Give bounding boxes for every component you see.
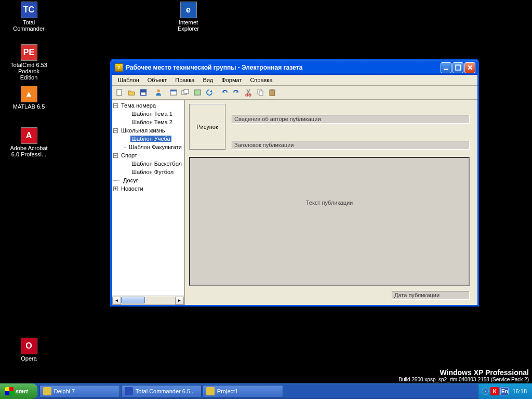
windows-flag-icon (5, 387, 14, 395)
menu-object[interactable]: Объект (143, 76, 171, 84)
menu-format[interactable]: Формат (217, 76, 246, 84)
tree-node[interactable]: Тема номера (120, 102, 157, 109)
app-icon (125, 387, 133, 395)
windows-button[interactable] (179, 87, 191, 98)
menu-view[interactable]: Вид (198, 76, 217, 84)
menu-edit[interactable]: Правка (171, 76, 198, 84)
app-icon: TC (21, 2, 37, 18)
picture-placeholder[interactable]: Рисунок (189, 104, 225, 150)
icon-label: Opera (21, 355, 37, 362)
system-tray: ‹ K En 16:18 (478, 383, 532, 399)
headline-field[interactable]: Заголовок публикации (232, 141, 470, 150)
minimize-button[interactable] (441, 62, 451, 73)
scroll-thumb[interactable] (121, 297, 145, 303)
tree-node[interactable]: Новости (120, 185, 144, 192)
desktop-icon[interactable]: PETotalCmd 6.53Podarok Edition (9, 44, 48, 81)
desktop-icon[interactable]: OOpera (9, 338, 48, 362)
icon-label: TotalCmd 6.53Podarok Edition (9, 62, 48, 81)
refresh-button[interactable] (203, 87, 215, 98)
open-button[interactable] (125, 87, 137, 98)
icon-label: InternetExplorer (178, 19, 199, 32)
desktop-icon[interactable]: ▲MATLAB 6.5 (9, 86, 48, 110)
copy-button[interactable] (254, 87, 266, 98)
redo-button[interactable] (230, 87, 242, 98)
tree-node[interactable]: Шаблон Тема 2 (130, 119, 174, 125)
new-button[interactable] (113, 87, 125, 98)
icon-label: MATLAB 6.5 (13, 103, 45, 110)
expand-icon[interactable]: + (113, 187, 118, 191)
tree-hscrollbar[interactable]: ◄ ► (112, 296, 184, 304)
app-label: Delphi 7 (54, 388, 75, 394)
tree-panel: −Тема номера Шаблон Тема 1 Шаблон Тема 2… (112, 100, 184, 305)
scroll-left-button[interactable]: ◄ (112, 297, 121, 304)
menu-shablon[interactable]: Шаблон (114, 76, 143, 84)
svg-rect-7 (170, 90, 177, 91)
app-icon: A (21, 127, 37, 144)
taskbar-app-button[interactable]: Project1 (203, 385, 283, 397)
desktop-icon[interactable]: eInternetExplorer (169, 2, 208, 32)
tree-node[interactable]: Спорт (120, 152, 138, 158)
paste-button[interactable] (266, 87, 278, 98)
collapse-icon[interactable]: − (113, 128, 118, 133)
save-button[interactable] (137, 87, 149, 98)
app-icon: PE (21, 44, 37, 61)
desktop-icon[interactable]: AAdobe Acrobat6.0 Professi... (9, 127, 48, 157)
menubar: Шаблон Объект Правка Вид Формат Справка (112, 75, 477, 86)
cut-button[interactable] (242, 87, 254, 98)
tree-node[interactable]: Шаблон Баскетбол (130, 161, 183, 167)
titlebar[interactable]: 7 Рабочее место технической группы - Эле… (112, 60, 477, 75)
scroll-right-button[interactable]: ► (175, 297, 184, 304)
start-button[interactable]: start (0, 383, 37, 399)
svg-point-12 (246, 94, 248, 96)
tree-node-selected[interactable]: Шаблон Учеба (130, 136, 171, 142)
undo-button[interactable] (218, 87, 230, 98)
menu-help[interactable]: Справка (246, 76, 276, 84)
desktop-icon[interactable]: TCTotalCommander (9, 2, 48, 32)
window-button[interactable] (167, 87, 179, 98)
taskbar: start Delphi 7Total Commander 6.5...Proj… (0, 383, 532, 399)
icon-label: Adobe Acrobat6.0 Professi... (10, 145, 47, 157)
taskbar-app-button[interactable]: Total Commander 6.5... (121, 385, 202, 397)
template-form: Рисунок Сведения об авторе публикации За… (184, 100, 477, 305)
image-button[interactable] (191, 87, 203, 98)
svg-point-11 (195, 91, 197, 93)
clock[interactable]: 16:18 (512, 388, 527, 394)
tree-node[interactable]: Шаблон Тема 1 (130, 111, 174, 117)
svg-rect-1 (456, 65, 461, 70)
date-field[interactable]: Дата публикации (392, 291, 470, 300)
app-icon (43, 387, 51, 395)
tree-node[interactable]: Шаблон Футбол (130, 169, 175, 175)
taskbar-app-button[interactable]: Delphi 7 (39, 385, 120, 397)
collapse-icon[interactable]: − (113, 103, 118, 108)
tree-node[interactable]: Досуг (122, 177, 139, 183)
app-window: 7 Рабочее место технической группы - Эле… (110, 59, 479, 307)
user-button[interactable] (152, 87, 164, 98)
svg-rect-4 (141, 92, 145, 95)
svg-rect-2 (117, 89, 122, 96)
collapse-icon[interactable]: − (113, 153, 118, 158)
maximize-button[interactable] (453, 62, 463, 73)
svg-point-13 (249, 94, 251, 96)
windows-watermark: Windows XP Professional Build 2600.xpsp_… (398, 368, 529, 382)
app-icon: e (180, 2, 197, 18)
template-tree[interactable]: −Тема номера Шаблон Тема 1 Шаблон Тема 2… (112, 100, 184, 296)
window-title: Рабочее место технической группы - Элект… (126, 64, 441, 71)
icon-label: TotalCommander (13, 19, 45, 32)
kaspersky-tray-icon[interactable]: K (490, 387, 499, 395)
app-icon: ▲ (21, 86, 37, 102)
tree-node[interactable]: Школьная жизнь (120, 127, 166, 134)
tray-chevron-icon[interactable]: ‹ (482, 388, 489, 395)
language-indicator[interactable]: En (500, 387, 509, 395)
svg-rect-17 (271, 89, 273, 91)
svg-rect-10 (194, 90, 201, 95)
delphi-app-icon: 7 (115, 63, 123, 72)
app-icon: O (21, 338, 37, 354)
close-button[interactable] (464, 62, 475, 73)
svg-rect-0 (444, 69, 448, 70)
author-field[interactable]: Сведения об авторе публикации (232, 115, 470, 124)
app-label: Total Commander 6.5... (136, 388, 195, 394)
body-textarea[interactable]: Текст публикации (189, 157, 470, 286)
app-icon (206, 387, 215, 395)
svg-point-5 (157, 89, 160, 92)
tree-node[interactable]: Шаблон Факультати (128, 144, 183, 150)
